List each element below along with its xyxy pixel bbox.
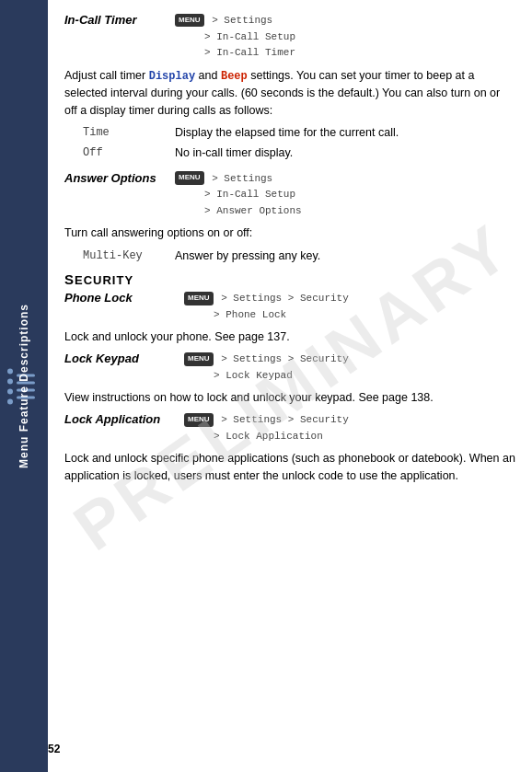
dot — [7, 388, 13, 394]
phone-lock-title: Phone Lock — [64, 291, 184, 305]
off-desc: No in-call timer display. — [175, 144, 515, 161]
lock-keypad-block: Lock Keypad MENU > Settings > Security >… — [64, 351, 515, 407]
path-line-2: > Phone Lock — [184, 307, 349, 324]
dot — [7, 398, 13, 404]
lock-application-title: Lock Application — [64, 412, 184, 426]
phone-lock-body: Lock and unlock your phone. See page 137… — [64, 328, 515, 346]
path-line-2: > In-Call Setup — [175, 187, 302, 203]
menu-icon: MENU — [184, 413, 214, 427]
lock-keypad-path: MENU > Settings > Security > Lock Keypad — [184, 351, 349, 384]
path-line-3: > In-Call Timer — [175, 45, 295, 62]
phone-lock-header-row: Phone Lock MENU > Settings > Security > … — [64, 291, 515, 323]
menu-icon: MENU — [175, 14, 204, 28]
security-heading: SECURITY — [64, 271, 515, 287]
lock-application-header-row: Lock Application MENU > Settings > Secur… — [64, 412, 515, 444]
dot — [7, 378, 13, 384]
menu-icon: MENU — [184, 292, 214, 305]
menu-icon: MENU — [175, 171, 204, 185]
lock-application-block: Lock Application MENU > Settings > Secur… — [64, 412, 515, 485]
page-number: 52 — [48, 743, 60, 755]
display-keyword: Display — [149, 70, 195, 83]
sidebar-title: Menu Feature Descriptions — [17, 304, 30, 468]
off-sub-feature: Off No in-call timer display. — [64, 144, 515, 161]
path-line-2: > In-Call Setup — [175, 29, 295, 46]
multi-key-key: Multi-Key — [83, 248, 175, 264]
lock-keypad-body: View instructions on how to lock and unl… — [64, 389, 515, 407]
path-line-2: > Lock Keypad — [184, 368, 349, 385]
phone-lock-block: Phone Lock MENU > Settings > Security > … — [64, 291, 515, 346]
security-heading-s: S — [64, 271, 75, 287]
dot — [7, 368, 13, 374]
sidebar: Menu Feature Descriptions — [0, 0, 48, 772]
beep-keyword: Beep — [221, 70, 248, 83]
sidebar-dots — [7, 368, 13, 404]
in-call-timer-body: Adjust call timer Display and Beep setti… — [64, 67, 515, 120]
off-key: Off — [83, 144, 175, 161]
multi-key-desc: Answer by pressing any key. — [175, 248, 515, 264]
main-content: In-Call Timer MENU > Settings > In-Call … — [48, 0, 532, 772]
lock-application-body: Lock and unlock specific phone applicati… — [64, 450, 515, 485]
path-line-1: MENU > Settings > Security — [184, 412, 349, 429]
in-call-timer-path: MENU > Settings > In-Call Setup > In-Cal… — [175, 13, 295, 62]
path-line-2: > Lock Application — [184, 429, 349, 445]
answer-options-body: Turn call answering options on or off: — [64, 225, 515, 242]
path-line-1: MENU > Settings — [175, 13, 295, 29]
lock-keypad-header-row: Lock Keypad MENU > Settings > Security >… — [64, 351, 515, 384]
path-line-3: > Answer Options — [175, 203, 302, 220]
menu-icon: MENU — [184, 352, 214, 366]
in-call-timer-header: In-Call Timer MENU > Settings > In-Call … — [64, 13, 515, 62]
time-desc: Display the elapsed time for the current… — [175, 124, 515, 141]
security-heading-rest: ECURITY — [75, 273, 133, 287]
time-key: Time — [83, 124, 175, 141]
answer-options-header: Answer Options MENU > Settings > In-Call… — [64, 171, 515, 220]
lock-application-path: MENU > Settings > Security > Lock Applic… — [184, 412, 349, 444]
multi-key-sub-feature: Multi-Key Answer by pressing any key. — [64, 248, 515, 264]
path-line-1: MENU > Settings > Security — [184, 291, 349, 307]
time-sub-feature: Time Display the elapsed time for the cu… — [64, 124, 515, 141]
phone-lock-path: MENU > Settings > Security > Phone Lock — [184, 291, 349, 323]
path-line-1: MENU > Settings — [175, 171, 302, 188]
lock-keypad-title: Lock Keypad — [64, 351, 184, 365]
answer-options-title: Answer Options — [64, 171, 175, 185]
in-call-timer-title: In-Call Timer — [64, 13, 175, 27]
answer-options-path: MENU > Settings > In-Call Setup > Answer… — [175, 171, 302, 220]
path-line-1: MENU > Settings > Security — [184, 351, 349, 368]
